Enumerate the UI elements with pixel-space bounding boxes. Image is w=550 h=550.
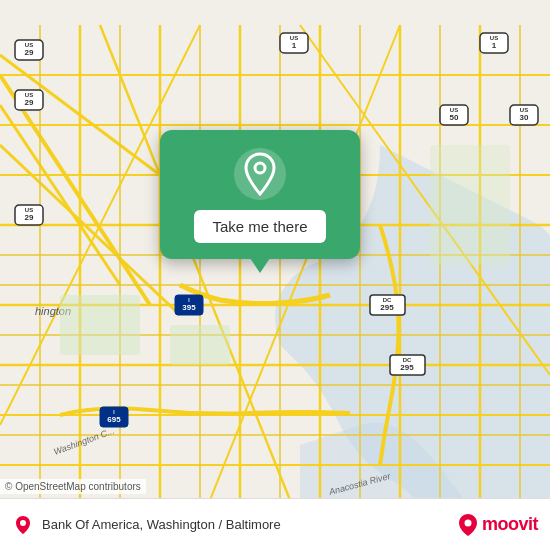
svg-text:295: 295 — [400, 363, 414, 372]
svg-text:295: 295 — [380, 303, 394, 312]
svg-text:1: 1 — [492, 41, 497, 50]
svg-rect-73 — [430, 145, 510, 265]
svg-text:29: 29 — [25, 48, 34, 57]
svg-text:395: 395 — [182, 303, 196, 312]
moovit-brand-text: moovit — [482, 514, 538, 535]
svg-text:30: 30 — [520, 113, 529, 122]
svg-point-77 — [464, 519, 471, 526]
popup-card: Take me there — [160, 130, 360, 259]
map-background: US 29 US 29 US 29 US 1 US 1 US 50 US 30 … — [0, 0, 550, 550]
moovit-pin-icon — [458, 513, 478, 537]
svg-rect-71 — [60, 295, 140, 355]
svg-text:29: 29 — [25, 98, 34, 107]
svg-text:29: 29 — [25, 213, 34, 222]
svg-text:695: 695 — [107, 415, 121, 424]
take-me-there-button[interactable]: Take me there — [194, 210, 325, 243]
svg-rect-72 — [170, 325, 230, 365]
bottom-bar: Bank Of America, Washington / Baltimore … — [0, 498, 550, 550]
map-attribution: © OpenStreetMap contributors — [0, 479, 146, 494]
location-label: Bank Of America, Washington / Baltimore — [42, 517, 458, 532]
location-pin-small-icon — [12, 514, 34, 536]
moovit-logo: moovit — [458, 513, 538, 537]
svg-point-76 — [20, 520, 26, 526]
location-pin-icon — [234, 148, 286, 200]
svg-text:1: 1 — [292, 41, 297, 50]
map-container: US 29 US 29 US 29 US 1 US 1 US 50 US 30 … — [0, 0, 550, 550]
svg-text:50: 50 — [450, 113, 459, 122]
